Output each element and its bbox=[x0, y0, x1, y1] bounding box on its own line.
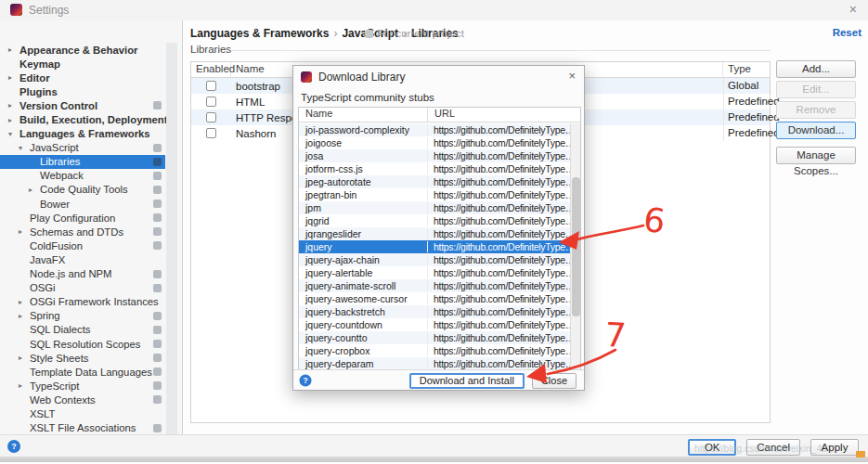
library-type: Predefined bbox=[723, 94, 770, 110]
column-header-name[interactable]: Name bbox=[299, 108, 427, 122]
chevron-right-icon[interactable]: ▸ bbox=[8, 101, 19, 110]
close-button[interactable]: Close bbox=[532, 373, 577, 389]
per-project-settings-icon bbox=[365, 30, 373, 38]
chevron-right-icon[interactable]: ▸ bbox=[19, 227, 30, 236]
sidebar-item-webpack[interactable]: Webpack bbox=[0, 169, 165, 183]
chevron-right-icon[interactable]: ▸ bbox=[8, 45, 19, 54]
per-project-settings-icon bbox=[153, 340, 162, 348]
stub-row-jquery-countto[interactable]: jquery-counttohttps://github.com/Definit… bbox=[299, 331, 570, 344]
download-button[interactable]: Download... bbox=[776, 122, 856, 139]
stub-row-jqgrid[interactable]: jqgridhttps://github.com/DefinitelyType… bbox=[299, 214, 570, 227]
sidebar-item-javascript[interactable]: ▾JavaScript bbox=[0, 141, 165, 155]
library-source-dropdown[interactable]: TypeScript community stubs bbox=[301, 92, 434, 103]
stub-row-jpeg-autorotate[interactable]: jpeg-autorotatehttps://github.com/Defini… bbox=[299, 175, 570, 188]
sidebar-item-languages-frameworks[interactable]: ▾Languages & Frameworks bbox=[0, 127, 165, 141]
dialog-close-icon[interactable]: × bbox=[568, 69, 576, 83]
help-icon[interactable]: ? bbox=[7, 440, 20, 453]
sidebar-item-template-data-languages[interactable]: Template Data Languages bbox=[0, 365, 165, 379]
sidebar-item-editor[interactable]: ▸Editor bbox=[0, 71, 165, 84]
sidebar-item-schemas-and-dtds[interactable]: ▸Schemas and DTDs bbox=[0, 225, 165, 238]
chevron-right-icon[interactable]: ▸ bbox=[8, 73, 19, 82]
sidebar-item-osgi-framework-instances[interactable]: ▸OSGi Framework Instances bbox=[0, 295, 165, 309]
sidebar-item-xslt[interactable]: XSLT bbox=[0, 406, 165, 420]
stub-row-jquery-animate-scroll[interactable]: jquery-animate-scrollhttps://github.com/… bbox=[299, 279, 570, 292]
stub-name: joigoose bbox=[299, 137, 427, 148]
stub-name: josa bbox=[299, 150, 427, 161]
stub-row-joigoose[interactable]: joigoosehttps://github.com/DefinitelyTyp… bbox=[299, 136, 570, 149]
column-header-url[interactable]: URL bbox=[427, 108, 580, 122]
stub-name: jquery-animate-scroll bbox=[299, 280, 427, 291]
dialog-footer: ? Download and InstallClose bbox=[293, 369, 584, 391]
sidebar-item-spring[interactable]: ▸Spring bbox=[0, 309, 165, 323]
sidebar-item-version-control[interactable]: ▸Version Control bbox=[0, 98, 165, 112]
sidebar-item-label: TypeScript bbox=[30, 380, 79, 392]
window-close-icon[interactable]: × bbox=[849, 2, 857, 17]
stub-row-jquery-backstretch[interactable]: jquery-backstretchhttps://github.com/Def… bbox=[299, 305, 570, 318]
manage-scopes-button[interactable]: Manage Scopes... bbox=[776, 147, 856, 164]
sidebar-item-sql-dialects[interactable]: SQL Dialects bbox=[0, 323, 165, 337]
breadcrumb-part[interactable]: Languages & Frameworks bbox=[190, 27, 329, 40]
chevron-right-icon[interactable]: ▸ bbox=[29, 186, 40, 194]
stub-row-jotform-css-js[interactable]: jotform-css.jshttps://github.com/Definit… bbox=[299, 162, 570, 175]
column-header-enabled[interactable]: Enabled bbox=[191, 62, 231, 77]
sidebar-item-code-quality-tools[interactable]: ▸Code Quality Tools bbox=[0, 183, 165, 197]
stub-row-jpm[interactable]: jpmhttps://github.com/DefinitelyType… bbox=[299, 201, 570, 214]
reset-link[interactable]: Reset bbox=[833, 27, 862, 38]
enabled-checkbox[interactable] bbox=[206, 128, 216, 138]
chevron-right-icon[interactable]: ▸ bbox=[8, 116, 19, 124]
sidebar-item-coldfusion[interactable]: ColdFusion bbox=[0, 238, 165, 252]
stub-url: https://github.com/DefinitelyType… bbox=[427, 124, 570, 135]
library-type: Global bbox=[723, 78, 770, 94]
stubs-list-scrollbar[interactable] bbox=[570, 123, 580, 369]
sidebar-scrollbar[interactable] bbox=[166, 43, 177, 434]
sidebar-item-plugins[interactable]: Plugins bbox=[0, 84, 165, 98]
sidebar-item-typescript[interactable]: ▸TypeScript bbox=[0, 379, 165, 393]
stub-row-jquery-deparam[interactable]: jquery-deparamhttps://github.com/Definit… bbox=[299, 357, 570, 370]
sidebar-item-keymap[interactable]: Keymap bbox=[0, 57, 165, 71]
download-and-install-button[interactable]: Download and Install bbox=[409, 373, 525, 389]
help-icon[interactable]: ? bbox=[299, 374, 311, 386]
chevron-right-icon[interactable]: ▸ bbox=[19, 381, 30, 390]
enabled-checkbox[interactable] bbox=[206, 81, 216, 91]
chevron-right-icon[interactable]: ▸ bbox=[19, 298, 30, 306]
add-button[interactable]: Add... bbox=[776, 60, 856, 78]
per-project-settings-icon bbox=[153, 284, 162, 292]
sidebar-item-bower[interactable]: Bower bbox=[0, 197, 165, 211]
stub-row-jquery-alertable[interactable]: jquery-alertablehttps://github.com/Defin… bbox=[299, 266, 570, 279]
enabled-checkbox[interactable] bbox=[206, 97, 216, 107]
sidebar-item-label: Libraries bbox=[40, 156, 80, 167]
chevron-down-icon[interactable]: ▾ bbox=[19, 144, 30, 152]
stub-name: jpegtran-bin bbox=[299, 189, 427, 200]
stub-name: jquery-awesome-cursor bbox=[299, 293, 427, 304]
stub-row-jquery-ajax-chain[interactable]: jquery-ajax-chainhttps://github.com/Defi… bbox=[299, 253, 570, 266]
sidebar-item-web-contexts[interactable]: Web Contexts bbox=[0, 393, 165, 406]
sidebar-item-appearance-behavior[interactable]: ▸Appearance & Behavior bbox=[0, 43, 165, 57]
column-header-type[interactable]: Type bbox=[723, 62, 770, 77]
stub-url: https://github.com/DefinitelyType… bbox=[427, 345, 570, 356]
scrollbar-thumb[interactable] bbox=[572, 177, 580, 316]
sidebar-item-xslt-file-associations[interactable]: XSLT File Associations bbox=[0, 421, 165, 435]
enabled-checkbox[interactable] bbox=[206, 112, 216, 122]
sidebar-item-style-sheets[interactable]: ▸Style Sheets bbox=[0, 351, 165, 365]
chevron-right-icon[interactable]: ▸ bbox=[19, 354, 30, 362]
chevron-down-icon[interactable]: ▾ bbox=[8, 130, 19, 138]
stub-row-jquery[interactable]: jqueryhttps://github.com/DefinitelyType… bbox=[299, 240, 570, 253]
sidebar-item-javafx[interactable]: JavaFX bbox=[0, 252, 165, 266]
stub-row-josa[interactable]: josahttps://github.com/DefinitelyType… bbox=[299, 149, 570, 162]
sidebar-item-libraries[interactable]: Libraries bbox=[0, 155, 165, 169]
sidebar-item-build-execution-deployment[interactable]: ▸Build, Execution, Deployment bbox=[0, 112, 165, 126]
sidebar-item-node-js-and-npm[interactable]: Node.js and NPM bbox=[0, 267, 165, 281]
stub-row-jqrangeslider[interactable]: jqrangesliderhttps://github.com/Definite… bbox=[299, 227, 570, 240]
stub-row-jquery-awesome-cursor[interactable]: jquery-awesome-cursorhttps://github.com/… bbox=[299, 292, 570, 305]
stub-name: jquery-deparam bbox=[299, 358, 427, 369]
chevron-right-icon[interactable]: ▸ bbox=[19, 312, 30, 320]
stub-row-jquery-countdown[interactable]: jquery-countdownhttps://github.com/Defin… bbox=[299, 318, 570, 331]
sidebar-item-sql-resolution-scopes[interactable]: SQL Resolution Scopes bbox=[0, 337, 165, 351]
library-actions: Add...Edit...RemoveDownload...Manage Sco… bbox=[776, 60, 856, 164]
stub-row-jquery-cropbox[interactable]: jquery-cropboxhttps://github.com/Definit… bbox=[299, 344, 570, 357]
sidebar-item-play-configuration[interactable]: Play Configuration bbox=[0, 211, 165, 225]
sidebar-item-osgi[interactable]: OSGi bbox=[0, 281, 165, 295]
library-type: Predefined bbox=[723, 110, 770, 125]
stub-row-jpegtran-bin[interactable]: jpegtran-binhttps://github.com/Definitel… bbox=[299, 188, 570, 201]
stub-row-joi-password-complexity[interactable]: joi-password-complexityhttps://github.co… bbox=[299, 123, 570, 136]
